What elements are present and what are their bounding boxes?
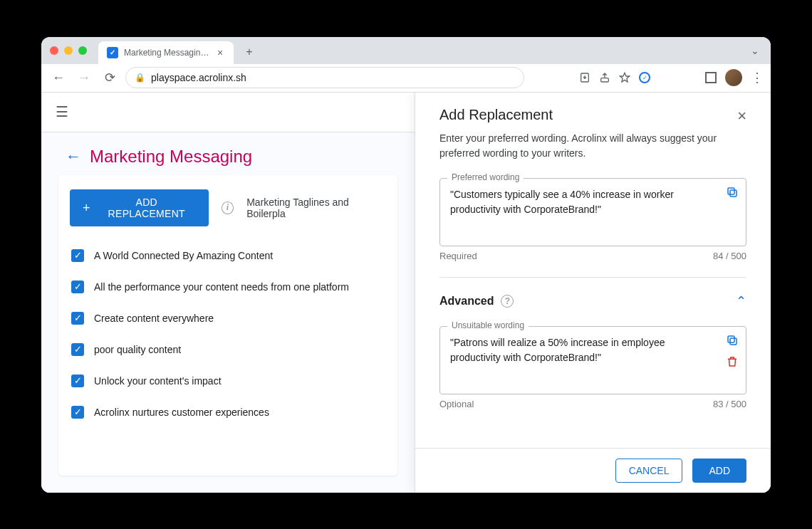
window-minimize-button[interactable] (64, 46, 73, 55)
card-toolbar: + ADD REPLACEMENT i Marketing Taglines a… (70, 189, 386, 226)
hamburger-icon[interactable]: ☰ (56, 103, 68, 120)
browser-window: ✓ Marketing Messaging - Reuse × + ⌄ ← → … (41, 37, 771, 493)
add-replacement-button[interactable]: + ADD REPLACEMENT (70, 189, 209, 226)
install-app-icon[interactable] (579, 72, 590, 83)
list-item[interactable]: ✓ Unlock your content's impact (71, 375, 385, 387)
panel-footer: CANCEL ADD (415, 448, 771, 493)
profile-avatar[interactable] (725, 69, 742, 86)
list-item[interactable]: ✓ Acrolinx nurtures customer experiences (71, 406, 385, 419)
replacement-list: ✓ A World Connected By Amazing Content ✓… (70, 242, 386, 426)
unsuitable-hint: Optional (439, 399, 474, 409)
nav-forward-button[interactable]: → (74, 68, 94, 88)
share-icon[interactable] (599, 72, 610, 83)
browser-tab[interactable]: ✓ Marketing Messaging - Reuse × (98, 41, 234, 64)
tabs-chevron-icon[interactable]: ⌄ (748, 42, 762, 59)
list-item[interactable]: ✓ A World Connected By Amazing Content (71, 249, 385, 262)
panel-title: Add Replacement (439, 107, 553, 123)
content-area: ☰ ← Marketing Messaging + ADD REPLACEMEN… (41, 93, 771, 493)
info-text: Marketing Taglines and Boilerpla (246, 197, 386, 219)
list-item-label: Acrolinx nurtures customer experiences (94, 407, 269, 418)
nav-reload-button[interactable]: ⟳ (100, 68, 120, 88)
page-title: Marketing Messaging (90, 147, 252, 167)
divider (439, 277, 746, 278)
list-item-label: A World Connected By Amazing Content (94, 250, 273, 261)
omnibox-actions: ✓ (579, 72, 650, 83)
address-bar: ← → ⟳ 🔒 playspace.acrolinx.sh ✓ ⋮ (41, 64, 771, 93)
panel-content: Add Replacement × Enter your preferred w… (415, 93, 771, 448)
tab-title: Marketing Messaging - Reuse (124, 48, 209, 58)
list-item-label: Create content everywhere (94, 313, 214, 324)
bookmark-icon[interactable] (619, 72, 630, 83)
delete-icon[interactable] (726, 355, 739, 368)
unsuitable-wording-field[interactable]: Unsuitable wording "Patrons will realize… (439, 326, 746, 394)
new-tab-button[interactable]: + (239, 46, 259, 58)
unsuitable-counter: 83 / 500 (713, 399, 746, 409)
unsuitable-wording-meta: Optional 83 / 500 (439, 399, 746, 409)
cancel-button[interactable]: CANCEL (615, 459, 683, 483)
preferred-wording-value[interactable]: "Customers typically see a 40% increase … (450, 187, 736, 237)
info-icon[interactable]: i (222, 201, 234, 214)
main-card: + ADD REPLACEMENT i Marketing Taglines a… (58, 175, 397, 476)
close-icon[interactable]: × (737, 107, 746, 125)
checkbox-icon[interactable]: ✓ (71, 249, 84, 262)
traffic-lights (50, 46, 87, 55)
tab-close-icon[interactable]: × (215, 48, 225, 58)
preferred-counter: 84 / 500 (713, 251, 746, 261)
acrolinx-extension-icon[interactable]: ✓ (639, 72, 650, 83)
preferred-wording-meta: Required 84 / 500 (439, 251, 746, 261)
svg-rect-5 (728, 336, 734, 342)
help-icon[interactable]: ? (501, 295, 514, 308)
main-column: ☰ ← Marketing Messaging + ADD REPLACEMEN… (41, 93, 415, 493)
svg-rect-4 (730, 338, 736, 345)
unsuitable-wording-value[interactable]: "Patrons will realize a 50% increase in … (450, 335, 736, 385)
copy-icon[interactable] (726, 334, 739, 347)
preferred-wording-field[interactable]: Preferred wording "Customers typically s… (439, 178, 746, 246)
panel-header: Add Replacement × (439, 107, 746, 125)
svg-rect-1 (601, 78, 609, 82)
window-maximize-button[interactable] (78, 46, 87, 55)
toolbar-right: ⋮ (705, 69, 764, 86)
nav-back-button[interactable]: ← (48, 68, 68, 88)
add-replacement-label: ADD REPLACEMENT (98, 197, 196, 219)
omnibox[interactable]: 🔒 playspace.acrolinx.sh (125, 67, 524, 88)
advanced-label: Advanced (439, 295, 494, 308)
more-menu-icon[interactable]: ⋮ (751, 70, 764, 85)
side-panel: Add Replacement × Enter your preferred w… (415, 93, 771, 493)
page-header: ← Marketing Messaging (41, 132, 415, 175)
checkbox-icon[interactable]: ✓ (71, 375, 84, 387)
advanced-section-header[interactable]: Advanced ? ⌃ (439, 293, 746, 309)
svg-rect-3 (728, 188, 734, 194)
unsuitable-wording-legend: Unsuitable wording (447, 320, 529, 330)
chevron-up-icon[interactable]: ⌃ (736, 293, 746, 309)
svg-rect-2 (730, 190, 736, 197)
list-item[interactable]: ✓ Create content everywhere (71, 312, 385, 325)
preferred-hint: Required (439, 251, 477, 261)
lock-icon: 🔒 (135, 73, 145, 83)
window-close-button[interactable] (50, 46, 58, 55)
checkbox-icon[interactable]: ✓ (71, 312, 84, 325)
list-item[interactable]: ✓ All the performance your content needs… (71, 281, 385, 293)
favicon-icon: ✓ (107, 47, 118, 58)
checkbox-icon[interactable]: ✓ (71, 281, 84, 293)
list-item[interactable]: ✓ poor quality content (71, 343, 385, 356)
back-arrow-icon[interactable]: ← (66, 147, 81, 166)
tab-bar: ✓ Marketing Messaging - Reuse × + ⌄ (41, 37, 771, 64)
url-text: playspace.acrolinx.sh (151, 72, 246, 83)
side-panel-icon[interactable] (705, 72, 717, 83)
checkbox-icon[interactable]: ✓ (71, 406, 84, 419)
copy-icon[interactable] (726, 186, 739, 199)
preferred-wording-legend: Preferred wording (447, 172, 524, 182)
list-item-label: poor quality content (94, 344, 181, 355)
app-topbar: ☰ (41, 93, 415, 132)
list-item-label: Unlock your content's impact (94, 375, 222, 387)
checkbox-icon[interactable]: ✓ (71, 343, 84, 356)
add-button[interactable]: ADD (692, 459, 746, 483)
panel-description: Enter your preferred wording. Acrolinx w… (439, 131, 746, 161)
list-item-label: All the performance your content needs f… (94, 281, 349, 293)
plus-icon: + (83, 201, 90, 214)
